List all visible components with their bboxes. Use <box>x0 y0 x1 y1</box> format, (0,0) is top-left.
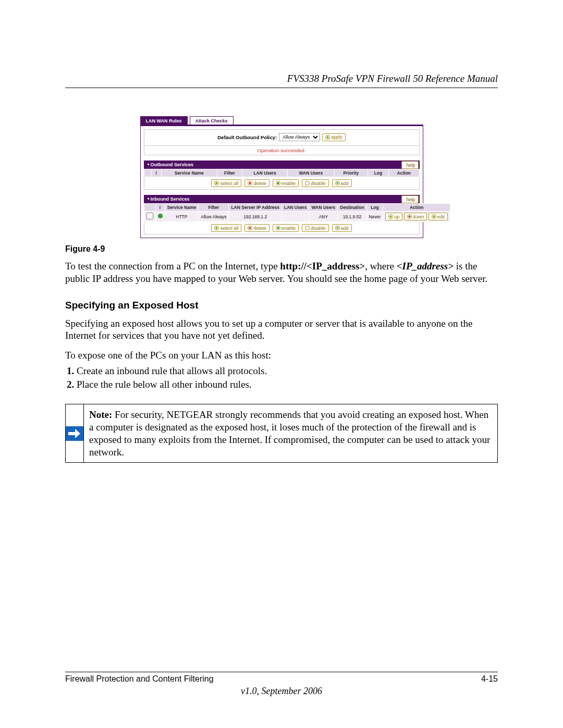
inbound-col-status: ! <box>155 204 165 212</box>
outbound-services-title: Outbound Services <box>151 162 194 167</box>
add-label: add <box>341 181 349 186</box>
disable-icon <box>305 181 310 186</box>
down-icon <box>407 214 412 219</box>
inbound-services-table: ! Service Name Filter LAN Server IP Addr… <box>144 203 451 222</box>
disable-button[interactable]: disable <box>302 224 329 232</box>
select-all-button[interactable]: select all <box>211 179 241 187</box>
outbound-col-wan-users: WAN Users <box>287 169 334 177</box>
edit-label: edit <box>437 214 445 219</box>
select-all-label: select all <box>220 181 238 186</box>
down-label: down <box>413 214 424 219</box>
inbound-button-row: select all delete enable disable add <box>144 222 420 235</box>
disable-button[interactable]: disable <box>302 179 329 187</box>
note-text: For security, NETGEAR strongly recommend… <box>89 409 490 457</box>
outbound-col-lan-users: LAN Users <box>242 169 287 177</box>
default-outbound-policy-label: Default Outbound Policy: <box>217 134 277 140</box>
add-label: add <box>341 226 349 231</box>
status-dot-icon <box>158 214 163 218</box>
outbound-col-action: Action <box>389 169 419 177</box>
select-all-button[interactable]: select all <box>211 224 241 232</box>
row-lan-server-ip: 192.168.1.2 <box>229 212 282 222</box>
row-select-checkbox[interactable] <box>146 213 153 219</box>
outbound-services-header: Outbound Services help <box>144 161 420 169</box>
tab-bar: LAN WAN Rules Attack Checks <box>140 116 423 125</box>
section-heading: Specifying an Exposed Host <box>65 300 498 311</box>
disable-label: disable <box>311 226 326 231</box>
select-all-label: select all <box>220 226 238 231</box>
delete-label: delete <box>253 226 266 231</box>
default-outbound-policy-select[interactable]: Allow Always <box>279 133 320 141</box>
inbound-col-lan-server-ip: LAN Server IP Address <box>229 204 282 212</box>
help-button[interactable]: help <box>401 161 418 169</box>
inbound-col-destination: Destination <box>338 204 366 212</box>
help-button-label: help <box>406 163 415 168</box>
row-log: Never <box>366 212 383 222</box>
help-button-label: help <box>406 197 415 202</box>
check-icon <box>214 181 219 186</box>
arrow-right-icon <box>66 426 83 441</box>
enable-label: enable <box>282 181 296 186</box>
inbound-services-title: Inbound Services <box>151 196 190 202</box>
table-row: HTTP Allow Always 192.168.1.2 ANY 19.1.9… <box>144 212 450 222</box>
disable-label: disable <box>311 181 326 186</box>
inbound-col-action: Action <box>383 204 450 212</box>
delete-icon <box>248 226 252 230</box>
up-button[interactable]: up <box>385 213 402 220</box>
check-icon <box>214 226 219 230</box>
delete-button[interactable]: delete <box>244 224 270 232</box>
footer-page-number: 4-15 <box>481 674 498 684</box>
up-label: up <box>394 214 399 219</box>
edit-button[interactable]: edit <box>429 213 448 220</box>
outbound-col-filter: Filter <box>217 169 242 177</box>
enable-icon <box>276 181 280 186</box>
up-icon <box>388 214 393 219</box>
outbound-col-status: ! <box>151 169 161 177</box>
note-body: Note: For security, NETGEAR strongly rec… <box>84 404 497 462</box>
add-icon <box>335 181 340 186</box>
inbound-col-wan-users: WAN Users <box>309 204 338 212</box>
enable-button[interactable]: enable <box>273 224 299 232</box>
outbound-col-priority: Priority <box>334 169 368 177</box>
help-button[interactable]: help <box>401 195 418 203</box>
caret-icon <box>147 164 149 166</box>
figure-label: Figure 4-9 <box>65 244 498 254</box>
tab-lan-wan-rules[interactable]: LAN WAN Rules <box>140 116 188 125</box>
inbound-services-header: Inbound Services help <box>144 195 420 203</box>
tab-attack-checks[interactable]: Attack Checks <box>190 116 234 125</box>
paragraph-expose-steps-intro: To expose one of the PCs on your LAN as … <box>65 349 498 362</box>
add-button[interactable]: add <box>332 179 352 187</box>
inbound-col-service-name: Service Name <box>165 204 199 212</box>
paragraph-exposed-host-intro: Specifying an exposed host allows you to… <box>65 317 498 342</box>
down-button[interactable]: down <box>404 213 427 220</box>
list-item: Place the rule below all other inbound r… <box>77 378 498 391</box>
firewall-config-panel: LAN WAN Rules Attack Checks Default Outb… <box>140 116 423 238</box>
delete-button[interactable]: delete <box>244 179 270 187</box>
inbound-col-lan-users: LAN Users <box>282 204 309 212</box>
row-destination: 19.1.9.52 <box>338 212 366 222</box>
add-icon <box>335 226 340 230</box>
row-wan-users: ANY <box>309 212 338 222</box>
paragraph-test-connection: To test the connection from a PC on the … <box>65 260 498 285</box>
text-fragment: , where <box>365 261 397 272</box>
inbound-col-log: Log <box>366 204 383 212</box>
footer-section-title: Firewall Protection and Content Filterin… <box>65 674 214 684</box>
apply-button[interactable]: apply <box>322 133 346 141</box>
note-box: Note: For security, NETGEAR strongly rec… <box>65 404 498 463</box>
footer-version: v1.0, September 2006 <box>65 686 498 697</box>
default-outbound-policy-row: Default Outbound Policy: Allow Always ap… <box>144 129 420 146</box>
enable-button[interactable]: enable <box>273 179 299 187</box>
outbound-col-log: Log <box>368 169 388 177</box>
disable-icon <box>305 226 310 230</box>
inbound-col-filter: Filter <box>199 204 229 212</box>
row-action-cell: up down edit <box>383 212 450 222</box>
add-button[interactable]: add <box>332 224 352 232</box>
text-fragment: To test the connection from a PC on the … <box>65 261 280 272</box>
text-bold-url: http://<IP_address> <box>280 261 365 272</box>
outbound-col-service-name: Service Name <box>161 169 217 177</box>
row-lan-users <box>282 212 309 222</box>
outbound-button-row: select all delete enable disable add <box>144 177 420 190</box>
enable-label: enable <box>282 226 296 231</box>
delete-icon <box>248 181 252 186</box>
text-bold-ip: <IP_address> <box>397 261 454 272</box>
status-message: Operation succeeded. <box>144 146 420 155</box>
